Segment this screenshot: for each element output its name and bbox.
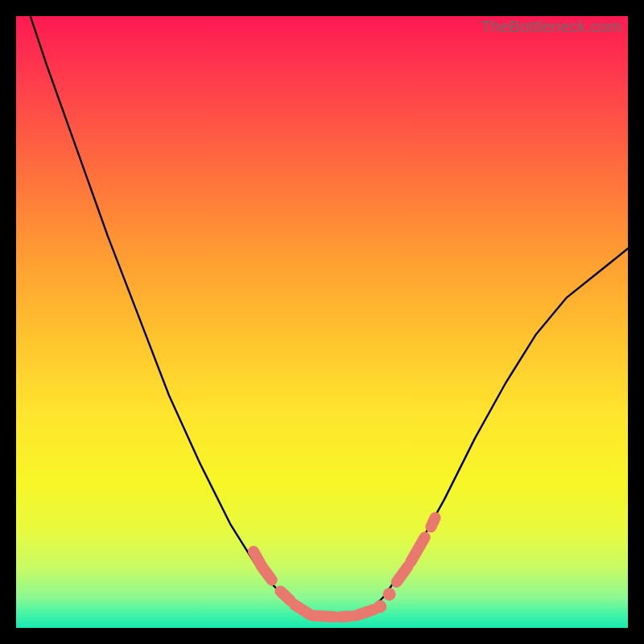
svg-point-10 xyxy=(374,600,386,613)
svg-line-8 xyxy=(411,538,425,562)
svg-line-3 xyxy=(295,605,310,614)
svg-line-9 xyxy=(431,518,435,526)
curve-layer xyxy=(16,16,628,628)
svg-point-11 xyxy=(383,588,396,601)
svg-line-6 xyxy=(356,609,374,616)
marker-overlay xyxy=(254,518,436,617)
svg-line-2 xyxy=(280,591,290,600)
watermark-text: TheBottleneck.com xyxy=(481,18,621,36)
svg-line-4 xyxy=(313,616,335,617)
svg-line-5 xyxy=(341,617,349,617)
plot-area: TheBottleneck.com xyxy=(16,16,628,628)
chart-frame: TheBottleneck.com xyxy=(0,0,644,644)
svg-line-1 xyxy=(262,567,272,580)
svg-line-7 xyxy=(397,567,408,582)
bottleneck-curve xyxy=(16,16,628,616)
